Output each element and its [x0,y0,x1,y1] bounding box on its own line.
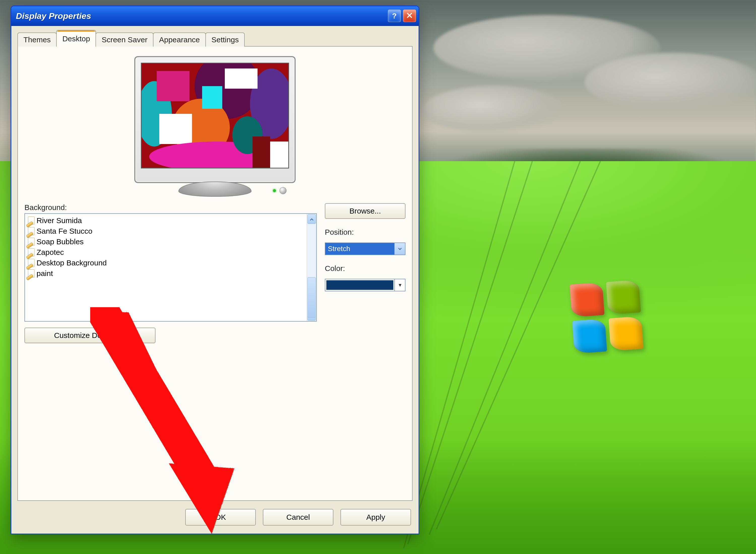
background-listbox[interactable]: River Sumida Santa Fe Stucco Soap Bubble… [24,213,317,322]
wallpaper-cloud [585,53,756,111]
image-file-icon [28,217,35,225]
wallpaper-cloud [423,86,564,133]
scroll-up-button[interactable] [307,214,316,224]
help-icon: ? [392,12,397,20]
position-dropdown[interactable]: Stretch [325,242,405,255]
scroll-track[interactable] [307,224,316,311]
window-title: Display Properties [16,11,386,21]
preview-monitor [134,56,296,197]
dialog-button-row: OK Cancel Apply [11,501,418,534]
list-item-label: Santa Fe Stucco [37,227,93,235]
list-item[interactable]: paint [26,268,306,279]
list-item-label: Zapotec [37,248,64,257]
list-item-label: Desktop Background [37,259,107,267]
tabstrip: Themes Desktop Screen Saver Appearance S… [17,30,412,47]
wallpaper-preview [141,63,289,168]
monitor-stand-icon [179,181,251,197]
tab-appearance[interactable]: Appearance [153,33,206,47]
position-label: Position: [325,228,405,236]
list-item-label: paint [37,269,53,278]
tab-screen-saver[interactable]: Screen Saver [96,33,153,47]
list-item-label: Soap Bubbles [37,237,84,246]
image-file-icon [28,248,35,256]
monitor-led-icon [273,189,276,192]
close-button[interactable] [403,10,416,22]
list-item[interactable]: Soap Bubbles [26,236,306,247]
chevron-down-icon [394,243,405,255]
ok-button[interactable]: OK [185,509,256,525]
color-swatch [326,280,393,290]
titlebar[interactable]: Display Properties ? [11,6,418,26]
cancel-button[interactable]: Cancel [263,509,334,525]
color-dropdown[interactable]: ▾ [325,279,405,291]
list-item[interactable]: River Sumida [26,215,306,226]
list-item-label: River Sumida [37,216,82,225]
image-file-icon [28,269,35,278]
color-label: Color: [325,264,405,273]
background-label: Background: [24,203,317,212]
apply-button[interactable]: Apply [341,509,411,525]
listbox-scrollbar[interactable] [307,214,316,321]
image-file-icon [28,238,35,246]
monitor-knob-icon [280,187,287,194]
position-value: Stretch [325,243,394,255]
chevron-down-icon: ▾ [394,279,405,291]
tab-desktop[interactable]: Desktop [56,30,96,47]
list-item[interactable]: Zapotec [26,247,306,258]
tabpanel-desktop: Background: River Sumida Santa Fe Stucco [17,46,412,501]
image-file-icon [28,259,35,267]
browse-button[interactable]: Browse... [325,203,405,219]
chevron-up-icon [310,216,314,222]
image-file-icon [28,227,35,235]
tab-themes[interactable]: Themes [17,33,57,47]
display-properties-dialog: Display Properties ? Themes Desktop Scre… [11,6,419,534]
list-item[interactable]: Santa Fe Stucco [26,226,306,236]
tab-settings[interactable]: Settings [205,33,245,47]
close-icon [406,12,412,20]
scroll-thumb[interactable] [307,277,316,318]
customize-desktop-button[interactable]: Customize Desktop... [24,328,155,343]
help-button[interactable]: ? [388,10,401,22]
list-item[interactable]: Desktop Background [26,258,306,268]
